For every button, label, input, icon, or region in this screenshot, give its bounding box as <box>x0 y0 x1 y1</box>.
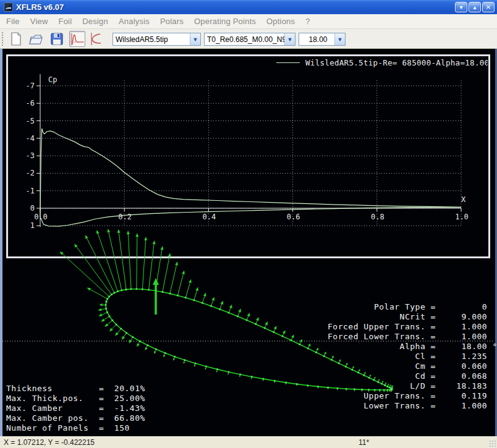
pressure-arrow-head <box>238 308 241 312</box>
menu-item-operating-points[interactable]: Operating Points <box>194 17 256 26</box>
pressure-arrow <box>77 247 112 294</box>
pressure-arrow-head <box>175 261 178 265</box>
new-file-button[interactable] <box>8 31 24 47</box>
pressure-arrow-head <box>144 237 147 240</box>
polar-combobox-value: T0_Re0.685_M0.00_N9.0 <box>205 35 284 44</box>
x-tick-label: 0.4 <box>203 213 216 221</box>
panel-node <box>202 302 203 304</box>
cp-curve-icon <box>70 32 85 46</box>
upper-surface-cp-curve <box>40 129 461 217</box>
foil-combobox[interactable]: WilsledAR5.5tip ▼ <box>113 33 201 46</box>
panel-node <box>193 300 195 302</box>
menu-item-foil[interactable]: Foil <box>59 17 72 26</box>
panel-node <box>237 316 239 318</box>
resize-grip-icon[interactable] <box>488 439 496 447</box>
pressure-arrow-head <box>194 365 196 366</box>
panel-node <box>205 366 207 368</box>
panel-node <box>105 304 107 306</box>
alpha-combobox[interactable]: 18.00 ▼ <box>299 33 346 46</box>
y-tick-label: 1 <box>30 221 35 230</box>
panel-node <box>107 298 109 300</box>
menu-item-options[interactable]: Options <box>266 17 295 26</box>
close-button[interactable]: ✕ <box>482 2 495 12</box>
y-tick-label: -6 <box>26 99 35 108</box>
save-floppy-icon <box>50 32 64 46</box>
menu-item-file[interactable]: File <box>6 17 20 26</box>
pressure-arrow-head <box>98 313 102 316</box>
y-tick-label: -7 <box>26 82 35 90</box>
polar-combobox[interactable]: T0_Re0.685_M0.00_N9.0 ▼ <box>204 33 295 46</box>
menu-item-design[interactable]: Design <box>82 17 108 26</box>
pressure-arrow-head <box>122 336 125 340</box>
save-button[interactable] <box>49 31 65 47</box>
panel-node <box>282 336 284 337</box>
panel-node <box>177 295 179 297</box>
panel-node <box>148 289 150 291</box>
menu-item-view[interactable]: View <box>30 17 48 26</box>
pressure-arrow-head <box>239 376 240 378</box>
maximize-button[interactable]: ▴ <box>469 2 481 12</box>
pressure-arrow-head <box>168 253 171 256</box>
panel-node <box>139 340 141 342</box>
open-file-button[interactable] <box>28 31 44 47</box>
panel-node <box>291 339 292 341</box>
panel-node <box>274 380 276 382</box>
panel-node <box>116 324 117 326</box>
pressure-arrow-head <box>229 305 232 308</box>
y-tick-label: -3 <box>26 151 35 160</box>
lift-arrow-head <box>153 278 159 285</box>
cp-graph-view-button[interactable] <box>69 31 85 47</box>
panel-node <box>125 289 127 290</box>
panel-node <box>136 288 138 290</box>
pressure-arrow <box>98 234 117 292</box>
pressure-arrow-head <box>307 386 308 387</box>
menu-item-[interactable]: ? <box>305 17 310 26</box>
panel-node <box>130 289 132 290</box>
alpha-combobox-arrow-icon[interactable]: ▼ <box>334 33 345 45</box>
pressure-arrow-head <box>265 321 268 325</box>
polar-combobox-arrow-icon[interactable]: ▼ <box>284 33 295 45</box>
foil-combobox-arrow-icon[interactable]: ▼ <box>190 33 200 45</box>
pressure-arrow-head <box>227 373 229 375</box>
panel-node <box>216 368 218 370</box>
panel-node <box>219 308 221 310</box>
pressure-arrow-head <box>183 361 185 364</box>
panel-node <box>174 356 176 358</box>
pressure-arrow <box>90 289 108 298</box>
panel-node <box>296 383 298 385</box>
y-tick-label: -2 <box>26 169 35 177</box>
toolbar-drag-handle[interactable] <box>1 32 4 46</box>
y-tick-label: 0 <box>30 204 35 213</box>
lower-surface-cp-curve <box>40 207 461 226</box>
panel-node <box>299 344 300 345</box>
pressure-arrow <box>202 296 205 303</box>
panel-node <box>239 374 241 376</box>
panel-node <box>228 312 230 314</box>
panel-node <box>210 305 212 307</box>
pressure-arrow-head <box>247 313 250 316</box>
pressure-arrow <box>211 300 213 306</box>
status-bar: X = 1.07212, Y = -0.422215 11* <box>0 436 497 448</box>
pressure-arrow-head <box>101 318 104 321</box>
panel-node <box>228 371 230 373</box>
panel-node <box>112 319 114 321</box>
polar-curve-icon <box>87 32 101 46</box>
panel-node <box>251 376 253 378</box>
oppoint-counter: 11* <box>359 438 369 447</box>
panel-node <box>164 352 166 354</box>
panel-node <box>117 290 119 292</box>
pressure-arrow-head <box>117 229 121 233</box>
foil-design-view-button[interactable] <box>86 31 102 47</box>
pressure-arrow-head <box>96 230 100 234</box>
menu-item-polars[interactable]: Polars <box>160 17 184 26</box>
minimize-button[interactable]: ▾ <box>455 2 467 12</box>
panel-node <box>109 316 111 318</box>
pressure-arrow-head <box>98 308 101 311</box>
pressure-arrow <box>87 239 114 293</box>
pressure-arrow-head <box>263 380 264 381</box>
panel-node <box>315 352 317 353</box>
menu-item-analysis[interactable]: Analysis <box>119 17 150 26</box>
y-axis-title: Cp <box>48 75 57 84</box>
panel-node <box>307 384 309 386</box>
pressure-arrow <box>149 244 155 290</box>
